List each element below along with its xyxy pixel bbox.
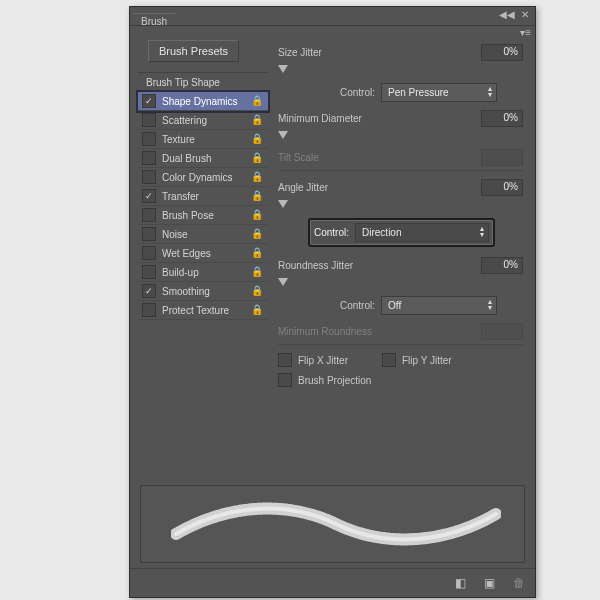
brush-projection-checkbox[interactable] [278,373,292,387]
slider-thumb-icon[interactable] [278,65,288,73]
chevron-updown-icon: ▴▾ [480,226,484,238]
sidebar-item-protect-texture[interactable]: Protect Texture🔒 [138,301,268,320]
checkbox-icon[interactable] [142,94,156,108]
flip-y-label: Flip Y Jitter [402,355,452,366]
sidebar-item-shape-dynamics[interactable]: Shape Dynamics🔒 [138,92,268,111]
sidebar-label: Noise [162,229,188,240]
angle-control-label: Control: [314,227,349,238]
min-diameter-value[interactable]: 0% [481,110,523,127]
lock-icon[interactable]: 🔒 [251,304,263,315]
brush-projection-label: Brush Projection [298,375,371,386]
chevron-updown-icon: ▴▾ [488,299,492,311]
brush-panel: ◀◀ ✕ Brush ▾≡ Brush Presets Brush Tip Sh… [129,6,536,598]
angle-jitter-label: Angle Jitter [278,182,481,193]
lock-icon[interactable]: 🔒 [251,266,263,277]
dropdown-value: Direction [362,227,401,238]
panel-title[interactable]: Brush [133,13,175,29]
sidebar-item-noise[interactable]: Noise🔒 [138,225,268,244]
roundness-jitter-value[interactable]: 0% [481,257,523,274]
new-preset-icon[interactable]: ▣ [484,576,495,590]
brush-presets-button[interactable]: Brush Presets [148,40,239,62]
checkbox-icon[interactable] [142,303,156,317]
checkbox-icon[interactable] [142,113,156,127]
flyout-menu-icon[interactable]: ▾≡ [520,27,531,38]
lock-icon[interactable]: 🔒 [251,114,263,125]
size-control-label: Control: [340,87,375,98]
roundness-jitter-slider[interactable] [278,278,523,288]
checkbox-icon[interactable] [142,151,156,165]
slider-thumb-icon[interactable] [278,200,288,208]
angle-jitter-value[interactable]: 0% [481,179,523,196]
min-roundness-value [481,323,523,340]
tilt-scale-label: Tilt Scale [278,152,481,163]
sidebar-item-transfer[interactable]: Transfer🔒 [138,187,268,206]
angle-jitter-slider[interactable] [278,200,523,210]
sidebar-label: Color Dynamics [162,172,233,183]
checkbox-icon[interactable] [142,189,156,203]
sidebar-item-texture[interactable]: Texture🔒 [138,130,268,149]
lock-icon[interactable]: 🔒 [251,152,263,163]
roundness-jitter-label: Roundness Jitter [278,260,481,271]
collapse-icon[interactable]: ◀◀ [499,9,515,20]
checkbox-icon[interactable] [142,227,156,241]
sidebar-label: Texture [162,134,195,145]
slider-thumb-icon[interactable] [278,278,288,286]
checkbox-icon[interactable] [142,208,156,222]
flip-y-checkbox[interactable] [382,353,396,367]
sidebar-label: Smoothing [162,286,210,297]
lock-icon[interactable]: 🔒 [251,228,263,239]
min-roundness-label: Minimum Roundness [278,326,481,337]
checkbox-icon[interactable] [142,246,156,260]
lock-icon[interactable]: 🔒 [251,209,263,220]
lock-icon[interactable]: 🔒 [251,95,263,106]
toggle-preview-icon[interactable]: ◧ [455,576,466,590]
size-jitter-label: Size Jitter [278,47,481,58]
roundness-control-dropdown[interactable]: Off▴▾ [381,296,497,315]
sidebar-label: Transfer [162,191,199,202]
size-jitter-slider[interactable] [278,65,523,75]
angle-control-dropdown[interactable]: Direction▴▾ [355,223,489,242]
flip-x-checkbox[interactable] [278,353,292,367]
sidebar-item-build-up[interactable]: Build-up🔒 [138,263,268,282]
lock-icon[interactable]: 🔒 [251,190,263,201]
checkbox-icon[interactable] [142,284,156,298]
flip-x-label: Flip X Jitter [298,355,348,366]
lock-icon[interactable]: 🔒 [251,247,263,258]
sidebar-label: Brush Pose [162,210,214,221]
brush-stroke-preview [140,485,525,563]
tilt-scale-value [481,149,523,166]
lock-icon[interactable]: 🔒 [251,171,263,182]
slider-thumb-icon[interactable] [278,131,288,139]
sidebar-item-brush-pose[interactable]: Brush Pose🔒 [138,206,268,225]
panel-titlebar: ◀◀ ✕ Brush [130,7,535,26]
sidebar-label: Dual Brush [162,153,211,164]
checkbox-icon[interactable] [142,170,156,184]
chevron-updown-icon: ▴▾ [488,86,492,98]
lock-icon[interactable]: 🔒 [251,133,263,144]
checkbox-icon[interactable] [142,265,156,279]
min-diameter-label: Minimum Diameter [278,113,481,124]
size-control-dropdown[interactable]: Pen Pressure▴▾ [381,83,497,102]
min-diameter-slider[interactable] [278,131,523,141]
sidebar-item-wet-edges[interactable]: Wet Edges🔒 [138,244,268,263]
sidebar-item-dual-brush[interactable]: Dual Brush🔒 [138,149,268,168]
angle-control-highlight: Control: Direction▴▾ [308,218,495,247]
dropdown-value: Off [388,300,401,311]
roundness-control-label: Control: [340,300,375,311]
lock-icon[interactable]: 🔒 [251,285,263,296]
dropdown-value: Pen Pressure [388,87,449,98]
sidebar-label: Brush Tip Shape [146,77,220,88]
checkbox-icon[interactable] [142,132,156,146]
sidebar-label: Protect Texture [162,305,229,316]
close-icon[interactable]: ✕ [521,9,529,20]
sidebar-label: Build-up [162,267,199,278]
sidebar-item-smoothing[interactable]: Smoothing🔒 [138,282,268,301]
delete-icon[interactable]: 🗑 [513,576,525,590]
sidebar-item-brush-tip-shape[interactable]: Brush Tip Shape [138,73,268,92]
panel-footer: ◧ ▣ 🗑 [130,568,535,597]
sidebar-label: Shape Dynamics [162,96,238,107]
sidebar-item-scattering[interactable]: Scattering🔒 [138,111,268,130]
sidebar-item-color-dynamics[interactable]: Color Dynamics🔒 [138,168,268,187]
size-jitter-value[interactable]: 0% [481,44,523,61]
sidebar-label: Wet Edges [162,248,211,259]
